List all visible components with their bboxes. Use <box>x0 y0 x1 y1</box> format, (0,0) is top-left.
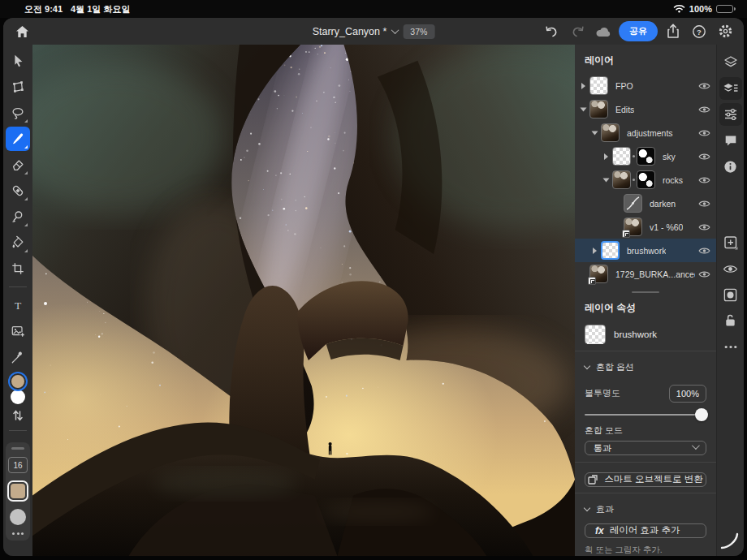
layer-thumbnail[interactable] <box>589 76 608 95</box>
layer-name: FPO <box>615 81 633 91</box>
layers-list-icon[interactable] <box>719 77 742 100</box>
layer-thumbnail[interactable] <box>589 265 608 283</box>
brush-size-field[interactable]: 16 <box>8 457 28 473</box>
lock-open-icon[interactable] <box>719 309 742 332</box>
opacity-slider[interactable] <box>585 406 706 417</box>
settings-gear-icon[interactable] <box>715 21 736 42</box>
layer-visibility-eye-icon[interactable] <box>698 105 710 114</box>
disclosure-arrow-icon[interactable] <box>604 153 608 160</box>
add-layer-icon[interactable] <box>719 231 742 254</box>
layer-mask-thumbnail[interactable] <box>637 147 655 166</box>
help-icon[interactable]: ? <box>689 21 710 42</box>
panel-drag-handle[interactable] <box>632 291 659 293</box>
crop-tool[interactable] <box>6 256 30 281</box>
layer-row[interactable]: rocks <box>575 168 716 192</box>
layer-thumbnail[interactable] <box>601 241 620 260</box>
opacity-value-field[interactable]: 100% <box>669 385 706 403</box>
lasso-tool[interactable] <box>6 101 30 125</box>
layer-row[interactable]: FPO <box>575 74 716 97</box>
healing-brush-tool[interactable] <box>6 179 30 203</box>
corner-gesture-arc <box>720 532 740 551</box>
layer-visibility-eye-icon[interactable] <box>698 152 710 162</box>
layer-thumbnail[interactable] <box>601 123 620 142</box>
layer-thumbnail[interactable] <box>624 218 642 236</box>
disclosure-arrow-icon[interactable] <box>581 83 585 89</box>
brush-tool[interactable] <box>6 127 30 151</box>
convert-smart-object-button[interactable]: 스마트 오브젝트로 변환 <box>585 472 706 487</box>
layer-row[interactable]: darken <box>575 192 716 215</box>
layer-visibility-eye-icon[interactable] <box>698 246 710 256</box>
add-layer-effect-button[interactable]: fx 레이어 효과 추가 <box>585 523 706 538</box>
fill-tool[interactable] <box>6 230 30 255</box>
layer-mask-thumbnail[interactable] <box>637 170 655 189</box>
properties-sliders-icon[interactable] <box>719 103 742 126</box>
layer-row[interactable]: Edits <box>575 97 716 121</box>
eyedropper-tool[interactable] <box>6 345 30 369</box>
swap-colors-icon[interactable] <box>6 407 30 424</box>
layers-panel: 레이어 FPOEditsadjustmentsskyrocksdarkenv1 … <box>575 45 716 556</box>
color-wells[interactable] <box>9 373 27 404</box>
visibility-eye-icon[interactable] <box>719 257 742 280</box>
layer-visibility-eye-icon[interactable] <box>698 175 710 185</box>
layer-thumbnail[interactable] <box>589 100 608 118</box>
layer-thumbnail[interactable] <box>612 147 631 166</box>
layer-visibility-eye-icon[interactable] <box>698 81 710 91</box>
layers-panel-title: 레이어 <box>575 45 716 74</box>
status-date: 4월 1일 화요일 <box>71 3 130 15</box>
layer-row[interactable]: 1729_BURKA...anced-NR33 <box>575 262 716 286</box>
layer-name: brushwork <box>627 246 666 256</box>
undo-icon[interactable] <box>541 21 562 42</box>
layer-thumbnail[interactable] <box>612 170 631 189</box>
document-canvas[interactable] <box>32 45 575 556</box>
dock-drag-handle[interactable] <box>11 447 24 450</box>
disclosure-arrow-icon[interactable] <box>593 248 597 254</box>
brush-color-swatch[interactable] <box>7 480 28 502</box>
layer-row[interactable]: v1 - %60 <box>575 215 716 239</box>
disclosure-arrow-icon[interactable] <box>592 131 598 135</box>
tool-bar: T 16 <box>3 45 32 556</box>
share-button[interactable]: 공유 <box>619 21 658 41</box>
task-bar <box>716 45 744 556</box>
layer-row[interactable]: brushwork <box>575 239 716 262</box>
brush-options-dock: 16 <box>6 442 30 541</box>
more-ellipsis-icon[interactable] <box>719 335 742 358</box>
layer-visibility-eye-icon[interactable] <box>698 128 710 138</box>
eraser-tool[interactable] <box>6 153 30 177</box>
redo-icon[interactable] <box>567 21 588 42</box>
place-photo-tool[interactable] <box>6 319 30 343</box>
brush-opacity-swatch[interactable] <box>10 509 26 525</box>
export-icon[interactable] <box>663 21 684 42</box>
disclosure-arrow-icon[interactable] <box>603 178 610 182</box>
layer-row[interactable]: adjustments <box>575 121 716 144</box>
blend-mode-select[interactable]: 통과 <box>585 441 706 455</box>
layer-name: rocks <box>663 175 683 185</box>
cloud-icon[interactable] <box>593 21 614 42</box>
layer-row[interactable]: sky <box>575 144 716 168</box>
layer-thumbnail[interactable] <box>624 194 642 213</box>
info-icon[interactable] <box>719 155 742 178</box>
mask-icon[interactable] <box>719 283 742 306</box>
svg-text:T: T <box>15 299 22 312</box>
disclosure-arrow-icon[interactable] <box>581 107 587 111</box>
layers-stack-icon[interactable] <box>719 51 742 74</box>
document-title[interactable]: Starry_Canyon * <box>313 26 397 37</box>
blend-options-section-toggle[interactable]: 혼합 옵션 <box>575 351 716 378</box>
dock-more-icon[interactable] <box>12 532 24 535</box>
transform-tool[interactable] <box>6 75 30 99</box>
tool-options-indicator <box>24 197 28 200</box>
selected-layer-thumbnail <box>585 325 606 344</box>
effects-section-toggle[interactable]: 효과 <box>575 493 716 520</box>
selected-layer-name: brushwork <box>614 330 657 339</box>
opacity-slider-knob[interactable] <box>695 408 708 421</box>
type-tool[interactable]: T <box>6 293 30 317</box>
zoom-level-badge[interactable]: 37% <box>403 24 434 39</box>
background-color-swatch[interactable] <box>11 390 25 404</box>
clone-stamp-tool[interactable] <box>6 205 30 229</box>
layer-visibility-eye-icon[interactable] <box>698 199 710 209</box>
layer-visibility-eye-icon[interactable] <box>698 222 710 232</box>
foreground-color-swatch[interactable] <box>10 373 26 390</box>
home-icon[interactable] <box>11 21 32 42</box>
layer-visibility-eye-icon[interactable] <box>698 269 710 279</box>
move-tool[interactable] <box>6 49 30 73</box>
comment-icon[interactable] <box>719 129 742 152</box>
